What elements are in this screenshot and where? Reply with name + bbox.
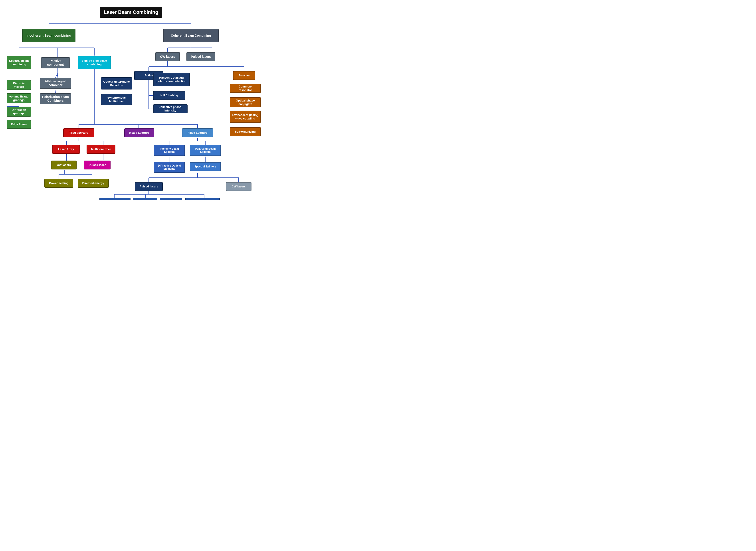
spatial-node: Spatial: [160, 198, 182, 200]
spectral-node: Spectral beam combining: [7, 56, 31, 69]
side-by-side-node: Side-by-side beam combining: [78, 56, 111, 69]
spectral-splitters-node: Spectral Splitters: [190, 162, 221, 171]
volume-bragg-node: volume Bragg gratings: [7, 93, 31, 103]
directed-energy-node: Directed-energy: [78, 179, 109, 188]
svg-line-16: [55, 73, 58, 78]
edge-filters-node: Edge filters: [7, 120, 31, 129]
evanescent-node: Evanescent (leaky) wave coupling: [230, 111, 261, 123]
diffractive-oe-node: Diffractive Optical Elements: [154, 162, 185, 173]
power-scaling-node: Power scaling: [44, 179, 73, 188]
cw-lasers-mid-node: CW lasers: [51, 160, 77, 169]
polarizing-bs-node: Polarizing Beam Splitters: [190, 145, 221, 156]
intensity-bs-node: Intensity Beam Splitters: [154, 145, 185, 156]
cw-lasers-bot-node: CW lasers: [226, 182, 251, 191]
self-organizing-node: Self-organizing: [230, 127, 261, 136]
polarization-beam-node: Polarization beam Combiners: [40, 93, 71, 104]
diagram: Laser Beam Combining Incoherent Beam com…: [4, 4, 262, 195]
coherent-node: Coherent Beam Combining: [163, 29, 219, 42]
common-resonator-node: Common-resonator: [230, 84, 261, 93]
dichroic-node: Dichroic mirrors: [7, 80, 31, 90]
optical-phase-node: Optical phase conjugate: [230, 97, 261, 107]
cw-lasers-top-node: CW lasers: [155, 52, 180, 61]
incoherent-node: Incoherent Beam combining: [22, 29, 75, 42]
collective-node: Collective phase-intensity: [153, 104, 188, 113]
temporal-node: Temporal: [133, 198, 157, 200]
mixed-aperture-node: Mixed aperture: [124, 128, 154, 137]
optical-heterodyne-node: Optical Heterodyne Detection: [101, 77, 132, 89]
multidimensional-node: Multidimensional: [99, 198, 131, 200]
passive-node: Passive component: [41, 57, 70, 68]
laser-array-node: Laser Array: [52, 145, 80, 154]
pulsed-laser-mid-node: Pulsed laser: [84, 160, 111, 169]
synchronous-node: Synchronous Multidither: [101, 94, 132, 105]
tiled-aperture-node: Tiled aperture: [63, 128, 94, 137]
pulsed-lasers-top-node: Pulsed lasers: [186, 52, 215, 61]
passive-right-node: Passive: [233, 71, 255, 80]
root-node: Laser Beam Combining: [100, 7, 162, 18]
pulsed-lasers-bot-node: Pulsed lasers: [135, 182, 163, 191]
diffraction-node: Diffraction gratings: [7, 107, 31, 117]
filled-aperture-node: Filled aperture: [182, 128, 213, 137]
hill-climbing-node: Hill Climbing: [153, 91, 185, 100]
spectral-synthesis-node: Spectral Synthesis: [185, 198, 220, 200]
hansch-node: Hansch-Couillaud polarization detection: [153, 73, 190, 86]
multicore-fiber-node: Multicore fiber: [87, 145, 115, 154]
all-fiber-node: All-fiber signal combiner: [40, 78, 71, 89]
